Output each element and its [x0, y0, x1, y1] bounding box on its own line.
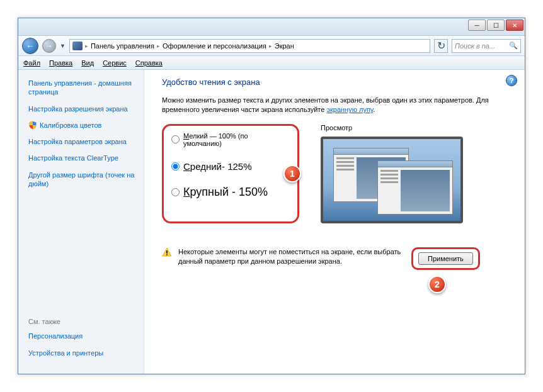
svg-rect-1: [166, 254, 168, 255]
breadcrumb-appearance[interactable]: Оформление и персонализация: [163, 42, 266, 50]
help-icon[interactable]: ?: [506, 75, 517, 86]
maximize-button[interactable]: ☐: [487, 20, 505, 31]
search-input[interactable]: Поиск в па... 🔍: [452, 39, 521, 53]
sidebar-fontsize[interactable]: Другой размер шрифта (точек на дюйм): [28, 171, 139, 189]
preview-label: Просмотр: [321, 124, 510, 132]
search-icon: 🔍: [509, 42, 518, 50]
apply-button[interactable]: Применить: [418, 252, 473, 265]
sidebar-resolution[interactable]: Настройка разрешения экрана: [28, 104, 139, 113]
radio-large[interactable]: [171, 188, 180, 196]
client-area: Панель управления - домашняя страница На…: [18, 70, 525, 374]
radio-medium[interactable]: [171, 162, 180, 171]
menu-view[interactable]: Вид: [81, 59, 94, 67]
chevron-right-icon: ▸: [157, 43, 160, 49]
see-also-header: См. также: [28, 318, 139, 325]
menubar: Файл Правка Вид Сервис Справка: [18, 56, 525, 70]
address-bar[interactable]: ▸ Панель управления ▸ Оформление и персо…: [69, 39, 430, 53]
sidebar-parameters[interactable]: Настройка параметров экрана: [28, 137, 139, 146]
menu-help[interactable]: Справка: [135, 59, 163, 67]
back-button[interactable]: ←: [22, 38, 38, 54]
sidebar: Панель управления - домашняя страница На…: [18, 70, 144, 374]
page-title: Удобство чтения с экрана: [162, 77, 510, 87]
see-also-section: См. также Персонализация Устройства и пр…: [28, 305, 139, 365]
warning-icon: [162, 247, 172, 257]
annotation-badge-2: 2: [428, 276, 446, 293]
svg-rect-0: [166, 250, 168, 254]
label-small[interactable]: Мелкий — 100% (по умолчанию): [183, 132, 286, 147]
preview-monitor: [321, 137, 463, 223]
navbar: ← → ▼ ▸ Панель управления ▸ Оформление и…: [18, 36, 525, 56]
preview-window-icon: [377, 160, 453, 215]
magnifier-link[interactable]: экранную лупу: [326, 106, 373, 113]
menu-tools[interactable]: Сервис: [103, 59, 127, 67]
chevron-right-icon: ▸: [269, 43, 272, 49]
warning-row: Некоторые элементы могут не поместиться …: [162, 247, 510, 270]
minimize-button[interactable]: ─: [468, 20, 486, 31]
dropdown-icon[interactable]: ▼: [60, 43, 66, 49]
main-content: ? Удобство чтения с экрана Можно изменит…: [144, 70, 525, 374]
menu-file[interactable]: Файл: [23, 59, 40, 67]
titlebar: ─ ☐ ✕: [18, 18, 525, 36]
sidebar-personalization[interactable]: Персонализация: [28, 332, 139, 340]
shield-icon: [28, 121, 37, 130]
breadcrumb-display[interactable]: Экран: [275, 42, 294, 50]
chevron-right-icon: ▸: [85, 43, 88, 49]
control-panel-icon: [72, 42, 83, 50]
preview-column: Просмотр: [317, 124, 510, 223]
size-options-group: Мелкий — 100% (по умолчанию) Средний- 12…: [162, 124, 299, 223]
apply-highlight: Применить 2: [411, 247, 480, 270]
label-large[interactable]: Крупный - 150%: [183, 186, 268, 199]
description-text: Можно изменить размер текста и других эл…: [162, 96, 502, 115]
sidebar-calibration[interactable]: Калибровка цветов: [40, 121, 101, 130]
warning-text: Некоторые элементы могут не поместиться …: [178, 247, 405, 267]
sidebar-devices[interactable]: Устройства и принтеры: [28, 349, 139, 357]
label-medium[interactable]: Средний- 125%: [183, 161, 252, 172]
close-button[interactable]: ✕: [506, 20, 523, 31]
sidebar-home[interactable]: Панель управления - домашняя страница: [28, 79, 139, 97]
annotation-badge-1: 1: [283, 165, 301, 182]
forward-button[interactable]: →: [42, 39, 56, 53]
radio-small[interactable]: [171, 135, 180, 143]
menu-edit[interactable]: Правка: [49, 59, 72, 67]
sidebar-cleartype[interactable]: Настройка текста ClearType: [28, 154, 139, 162]
search-placeholder: Поиск в па...: [455, 42, 495, 50]
breadcrumb-control-panel[interactable]: Панель управления: [91, 42, 154, 50]
refresh-button[interactable]: ↻: [434, 39, 448, 53]
control-panel-window: ─ ☐ ✕ ← → ▼ ▸ Панель управления ▸ Оформл…: [18, 18, 525, 374]
